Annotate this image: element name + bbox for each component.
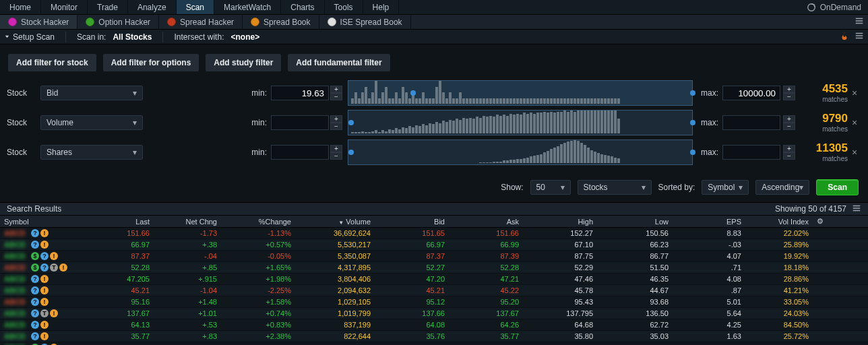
blue-dot-icon: ? (31, 229, 39, 237)
menu-tools[interactable]: Tools (325, 0, 363, 14)
max-input[interactable] (722, 145, 780, 160)
gear-icon[interactable]: ⚙ (813, 217, 821, 226)
column-header[interactable]: Vol Index (745, 218, 813, 226)
ondemand-button[interactable]: OnDemand (800, 0, 868, 14)
column-header[interactable]: %Change (221, 218, 295, 226)
range-handle-left[interactable] (348, 140, 354, 164)
filter-buttons: Add filter for stock Add filter for opti… (0, 44, 868, 78)
column-header[interactable]: ▼ Volume (295, 218, 375, 226)
add-study-filter-button[interactable]: Add study filter (206, 54, 281, 71)
add-fundamental-filter-button[interactable]: Add fundamental filter (288, 54, 390, 71)
results-header: Search Results Showing 50 of 4157 (0, 202, 868, 216)
table-row[interactable]: ABCD$?T!52.28+.85+1.65%4,317,89552.2752.… (0, 262, 868, 274)
table-body: ABCD?!151.66-1.73-1.13%36,692,624151.651… (0, 228, 868, 345)
table-row[interactable]: ABCD?!151.66-1.73-1.13%36,692,624151.651… (0, 228, 868, 239)
show-count-dropdown[interactable]: 50▾ (530, 180, 571, 195)
range-handle-left[interactable] (348, 111, 354, 135)
min-spinner[interactable]: +− (330, 145, 342, 160)
sort-order-dropdown[interactable]: Ascending▾ (755, 180, 809, 195)
column-header[interactable]: EPS (673, 218, 745, 226)
column-header[interactable]: High (523, 218, 597, 226)
histogram[interactable] (348, 110, 693, 135)
pink-icon (8, 18, 17, 26)
symbol-text: ABCD (4, 332, 30, 340)
column-header[interactable]: Net Chng (154, 218, 221, 226)
blue-dot-icon: ? (31, 286, 39, 294)
orange-dot-icon: ! (40, 332, 49, 340)
sort-column-dropdown[interactable]: Symbol▾ (702, 180, 749, 195)
scan-in-value[interactable]: All Stocks (113, 32, 152, 42)
red-icon (167, 18, 176, 26)
remove-filter-button[interactable]: × (848, 88, 861, 98)
histogram[interactable] (348, 80, 693, 106)
table-row[interactable]: ABCD?!66.97+.38+0.57%5,530,21766.9766.99… (0, 239, 868, 251)
menu-monitor[interactable]: Monitor (41, 0, 88, 14)
table-row[interactable]: ABCD?!35.77+.83+2.38%822,64435.7635.7735… (0, 331, 868, 342)
setup-scan-button[interactable]: Setup Scan (4, 32, 55, 42)
min-input[interactable] (271, 145, 329, 160)
range-handle-right[interactable] (690, 140, 695, 164)
subtabs: Stock HackerOption HackerSpread HackerSp… (0, 15, 868, 30)
scan-button[interactable]: Scan (816, 179, 859, 195)
filter-kind-label: Stock (7, 118, 40, 127)
table-row[interactable]: ABCD?!45.21-1.04-2.25%2,094,63245.2145.2… (0, 285, 868, 296)
table-row[interactable]: ABCD$?!87.37-.04-0.05%5,350,08787.3787.3… (0, 251, 868, 262)
menu-analyze[interactable]: Analyze (128, 0, 177, 14)
max-spinner[interactable]: +− (783, 145, 795, 160)
table-row[interactable]: ABCD?T!137.67+1.01+0.74%1,019,799137.661… (0, 308, 868, 319)
range-handle-right[interactable] (690, 111, 695, 135)
match-count: 9790matches (802, 112, 848, 133)
menu-icon[interactable] (852, 203, 861, 215)
menu-trade[interactable]: Trade (88, 0, 128, 14)
table-row[interactable]: ABCD?!64.13+.53+0.83%837,19964.0864.2664… (0, 319, 868, 331)
histogram[interactable] (348, 139, 693, 165)
filter-criteria-dropdown[interactable]: Volume▾ (40, 115, 143, 130)
max-spinner[interactable]: +− (783, 86, 795, 100)
subtab-spread-book[interactable]: Spread Book (243, 15, 319, 29)
filter-criteria-dropdown[interactable]: Bid▾ (40, 86, 143, 100)
match-count: 11305matches (802, 142, 848, 163)
add-options-filter-button[interactable]: Add filter for options (103, 54, 199, 71)
column-header[interactable]: Symbol (0, 218, 88, 226)
subtab-option-hacker[interactable]: Option Hacker (78, 15, 159, 29)
min-spinner[interactable]: +− (330, 115, 342, 130)
add-stock-filter-button[interactable]: Add filter for stock (8, 54, 96, 71)
orange-dot-icon: ! (40, 229, 49, 237)
intersect-value[interactable]: <none> (230, 32, 259, 42)
remove-filter-button[interactable]: × (848, 117, 861, 128)
menu-icon[interactable] (855, 31, 864, 42)
table-row[interactable]: ABCD$?!65.85-.07-0.11%577,11965.8465.866… (0, 342, 868, 345)
column-header[interactable]: Low (597, 218, 673, 226)
min-input[interactable] (271, 86, 329, 100)
remove-filter-button[interactable]: × (848, 147, 861, 158)
range-handle-right[interactable] (690, 81, 695, 105)
menu-charts[interactable]: Charts (281, 0, 324, 14)
max-input[interactable] (722, 115, 780, 130)
column-header[interactable]: Last (88, 218, 154, 226)
blue-dot-icon: ? (40, 252, 49, 260)
menu-icon[interactable] (855, 16, 864, 28)
min-input[interactable] (271, 115, 329, 130)
menu-marketwatch[interactable]: MarketWatch (214, 0, 281, 14)
max-input[interactable] (722, 86, 780, 100)
subtab-spread-hacker[interactable]: Spread Hacker (159, 15, 243, 29)
flame-icon[interactable] (840, 31, 849, 42)
table-row[interactable]: ABCD?!95.16+1.48+1.58%1,029,10595.1295.2… (0, 296, 868, 308)
column-header[interactable]: Ask (449, 218, 523, 226)
category-dropdown[interactable]: Stocks▾ (578, 180, 652, 195)
menu-home[interactable]: Home (0, 0, 41, 14)
symbol-text: ABCD (4, 298, 30, 306)
min-spinner[interactable]: +− (330, 86, 342, 100)
subtab-ise-spread-book[interactable]: ISE Spread Book (319, 15, 411, 29)
results-count: Showing 50 of 4157 (775, 204, 846, 214)
menu-scan[interactable]: Scan (177, 0, 214, 14)
subtab-stock-hacker[interactable]: Stock Hacker (0, 15, 78, 29)
range-handle-left[interactable] (410, 81, 416, 105)
menu-help[interactable]: Help (363, 0, 400, 14)
column-header[interactable]: Bid (375, 218, 449, 226)
filter-criteria-dropdown[interactable]: Shares▾ (40, 145, 143, 160)
orange-dot-icon: ! (59, 263, 67, 272)
blue-dot-icon: ? (31, 298, 39, 306)
table-row[interactable]: ABCD?!47.205+.915+1.98%3,804,40647.2047.… (0, 274, 868, 285)
max-spinner[interactable]: +− (783, 115, 795, 130)
